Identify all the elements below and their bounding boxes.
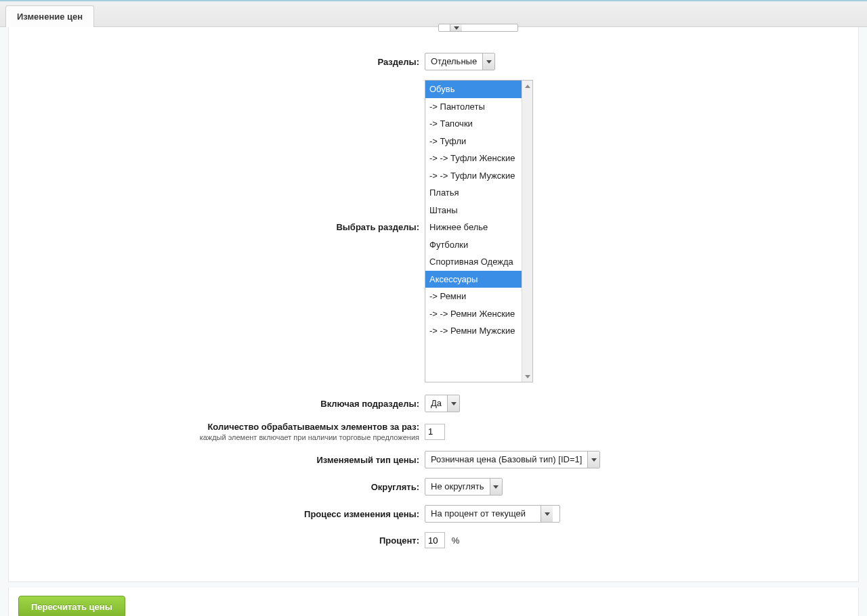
select-round-value: Не округлять (425, 479, 490, 495)
multiselect-option[interactable]: Нижнее белье (425, 219, 532, 236)
label-include-sub: Включая подразделы: (18, 399, 425, 409)
multiselect-option[interactable]: -> Тапочки (425, 115, 532, 133)
scrollbar[interactable] (522, 81, 532, 382)
form-panel: Разделы: Отдельные Выбрать разделы: Обув… (8, 27, 859, 582)
multiselect-option[interactable]: Аксессуары (425, 271, 532, 288)
select-sections-value: Отдельные (425, 53, 482, 70)
label-price-type: Изменяемый тип цены: (18, 455, 425, 465)
label-batch-sub: каждый элемент включает при наличии торг… (18, 433, 419, 441)
select-process-value: На процент от текущей (425, 506, 541, 522)
chevron-down-icon[interactable] (450, 24, 462, 31)
multiselect-option[interactable]: -> -> Ремни Женские (425, 305, 532, 323)
multiselect-option[interactable]: Спортивная Одежда (425, 253, 532, 271)
multiselect-sections[interactable]: Обувь-> Пантолеты-> Тапочки-> Туфли-> ->… (425, 80, 533, 382)
multiselect-option[interactable]: Штаны (425, 202, 532, 219)
scroll-track[interactable] (522, 91, 532, 371)
select-round[interactable]: Не округлять (425, 478, 503, 496)
scroll-down-icon[interactable] (522, 371, 532, 382)
select-include-sub[interactable]: Да (425, 395, 460, 412)
chevron-down-icon[interactable] (482, 53, 494, 70)
multiselect-option[interactable]: Футболки (425, 236, 532, 254)
footer-bar: Пересчитать цены (8, 588, 859, 616)
select-process[interactable]: На процент от текущей (425, 505, 560, 523)
tab-bar: Изменение цен (0, 1, 867, 27)
select-price-type-value: Розничная цена (Базовый тип) [ID=1] (425, 452, 587, 468)
recalculate-button[interactable]: Пересчитать цены (18, 596, 125, 616)
chevron-down-icon[interactable] (447, 395, 459, 412)
select-include-sub-value: Да (425, 395, 447, 412)
cutoff-control (438, 23, 520, 31)
label-select-sections: Выбрать разделы: (18, 80, 425, 232)
label-batch-main: Количество обрабатываемых элементов за р… (207, 422, 419, 432)
label-round: Округлять: (18, 482, 425, 492)
tab-price-change[interactable]: Изменение цен (5, 5, 94, 27)
scroll-up-icon[interactable] (522, 81, 532, 91)
multiselect-option[interactable]: -> Ремни (425, 288, 532, 305)
multiselect-option[interactable]: -> -> Ремни Мужские (425, 322, 532, 340)
multiselect-option[interactable]: -> -> Туфли Женские (425, 150, 532, 167)
label-process: Процесс изменения цены: (18, 509, 425, 519)
label-batch-size: Количество обрабатываемых элементов за р… (18, 422, 425, 441)
cutoff-text (439, 24, 450, 31)
select-price-type[interactable]: Розничная цена (Базовый тип) [ID=1] (425, 451, 600, 468)
multiselect-option[interactable]: -> Туфли (425, 133, 532, 150)
page: Изменение цен Разделы: Отдельные Выбрать… (0, 0, 867, 616)
label-percent: Процент: (18, 535, 425, 546)
multiselect-option[interactable]: -> -> Туфли Мужские (425, 167, 532, 185)
percent-suffix: % (452, 535, 460, 546)
select-sections[interactable]: Отдельные (425, 53, 495, 70)
chevron-down-icon[interactable] (587, 452, 599, 468)
chevron-down-icon[interactable] (490, 479, 502, 495)
multiselect-option[interactable]: Платья (425, 184, 532, 202)
label-sections: Разделы: (18, 57, 425, 67)
multiselect-option[interactable]: -> Пантолеты (425, 98, 532, 116)
input-percent[interactable] (425, 532, 445, 548)
multiselect-option[interactable]: Обувь (425, 81, 532, 98)
chevron-down-icon[interactable] (541, 506, 553, 522)
input-batch-size[interactable] (425, 424, 445, 440)
